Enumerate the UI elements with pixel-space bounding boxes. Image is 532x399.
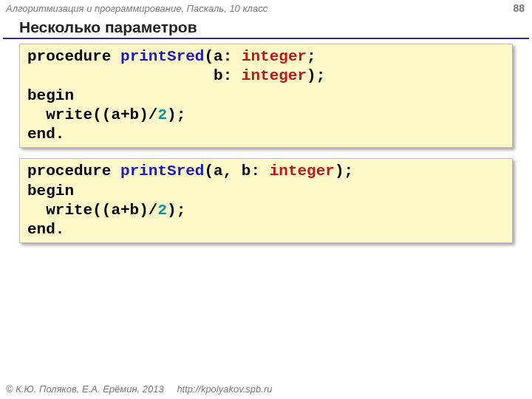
code-type: integer	[242, 48, 307, 65]
code-text: procedure	[27, 163, 120, 180]
code-text: write((a+b)/	[27, 202, 157, 219]
code-text: b:	[27, 67, 242, 84]
code-block-2: procedure printSred(a, b: integer); begi…	[19, 158, 513, 243]
code-text: begin	[27, 87, 74, 104]
code-number: 2	[157, 106, 167, 123]
slide-footer: © К.Ю. Поляков, Е.А. Ерёмин, 2013 http:/…	[6, 383, 272, 395]
code-text: );	[335, 163, 353, 180]
copyright: © К.Ю. Поляков, Е.А. Ерёмин, 2013	[6, 383, 164, 395]
course-title: Алгоритмизация и программирование, Паска…	[6, 3, 267, 14]
title-underline	[3, 38, 529, 39]
code-identifier: printSred	[120, 163, 204, 180]
code-text: end.	[27, 126, 64, 143]
code-text: ;	[307, 48, 316, 65]
code-text: (a, b:	[204, 163, 269, 180]
code-text: );	[167, 106, 185, 123]
page-number: 88	[513, 2, 525, 14]
code-block-1: procedure printSred(a: integer; b: integ…	[19, 44, 513, 148]
footer-url: http://kpolyakov.spb.ru	[177, 383, 272, 395]
code-text: write((a+b)/	[27, 106, 157, 123]
code-text: );	[307, 67, 325, 84]
code-text: procedure	[27, 48, 120, 65]
code-type: integer	[270, 163, 335, 180]
code-area: procedure printSred(a: integer; b: integ…	[0, 44, 532, 243]
page-title: Несколько параметров	[19, 18, 532, 36]
code-type: integer	[242, 67, 307, 84]
code-text: );	[167, 202, 185, 219]
code-identifier: printSred	[120, 48, 204, 65]
code-text: begin	[27, 183, 74, 200]
code-text: end.	[27, 221, 64, 238]
code-number: 2	[157, 202, 167, 219]
title-row: Несколько параметров	[0, 16, 532, 38]
code-text: (a:	[204, 48, 241, 65]
slide-header: Алгоритмизация и программирование, Паска…	[0, 0, 532, 16]
